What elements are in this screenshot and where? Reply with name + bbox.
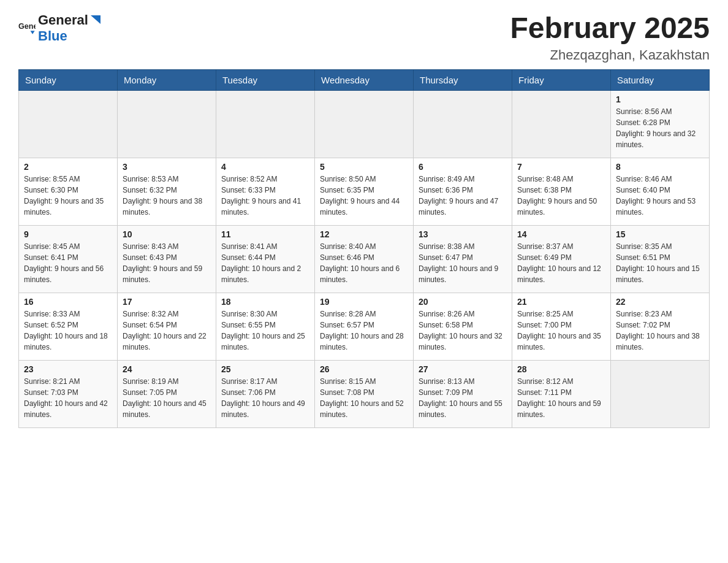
calendar-day-cell — [414, 90, 512, 158]
calendar-day-cell: 21Sunrise: 8:25 AMSunset: 7:00 PMDayligh… — [512, 293, 611, 360]
svg-marker-1 — [31, 31, 35, 34]
weekday-header-tuesday: Tuesday — [216, 69, 315, 90]
day-number: 12 — [320, 229, 408, 239]
day-number: 21 — [517, 297, 605, 307]
calendar-week-row: 16Sunrise: 8:33 AMSunset: 6:52 PMDayligh… — [19, 293, 710, 360]
day-number: 2 — [24, 162, 112, 172]
day-info: Sunrise: 8:15 AMSunset: 7:08 PMDaylight:… — [320, 376, 408, 420]
calendar-day-cell — [611, 360, 710, 427]
day-number: 16 — [24, 297, 112, 307]
day-number: 27 — [419, 364, 507, 374]
calendar-day-cell: 3Sunrise: 8:53 AMSunset: 6:32 PMDaylight… — [118, 158, 216, 225]
day-info: Sunrise: 8:48 AMSunset: 6:38 PMDaylight:… — [517, 174, 605, 218]
calendar-day-cell: 11Sunrise: 8:41 AMSunset: 6:44 PMDayligh… — [216, 225, 315, 293]
day-number: 3 — [123, 162, 211, 172]
weekday-header-row: SundayMondayTuesdayWednesdayThursdayFrid… — [19, 69, 710, 90]
calendar-day-cell: 23Sunrise: 8:21 AMSunset: 7:03 PMDayligh… — [19, 360, 118, 427]
day-number: 17 — [123, 297, 211, 307]
logo-general-text: General — [38, 12, 88, 28]
day-number: 5 — [320, 162, 408, 172]
day-number: 10 — [123, 229, 211, 239]
day-info: Sunrise: 8:41 AMSunset: 6:44 PMDaylight:… — [221, 241, 309, 285]
day-number: 4 — [221, 162, 309, 172]
day-info: Sunrise: 8:56 AMSunset: 6:28 PMDaylight:… — [616, 106, 704, 150]
day-number: 28 — [517, 364, 605, 374]
logo: General General Blue — [18, 12, 102, 44]
calendar-day-cell: 24Sunrise: 8:19 AMSunset: 7:05 PMDayligh… — [118, 360, 216, 427]
day-number: 9 — [24, 229, 112, 239]
logo-icon: General — [18, 20, 36, 37]
day-number: 20 — [419, 297, 507, 307]
day-number: 8 — [616, 162, 704, 172]
calendar-day-cell: 7Sunrise: 8:48 AMSunset: 6:38 PMDaylight… — [512, 158, 611, 225]
day-info: Sunrise: 8:21 AMSunset: 7:03 PMDaylight:… — [24, 376, 112, 420]
calendar-day-cell: 18Sunrise: 8:30 AMSunset: 6:55 PMDayligh… — [216, 293, 315, 360]
calendar-week-row: 23Sunrise: 8:21 AMSunset: 7:03 PMDayligh… — [19, 360, 710, 427]
calendar-day-cell: 4Sunrise: 8:52 AMSunset: 6:33 PMDaylight… — [216, 158, 315, 225]
calendar-day-cell: 1Sunrise: 8:56 AMSunset: 6:28 PMDaylight… — [611, 90, 710, 158]
calendar-day-cell: 13Sunrise: 8:38 AMSunset: 6:47 PMDayligh… — [414, 225, 512, 293]
day-number: 6 — [419, 162, 507, 172]
day-number: 26 — [320, 364, 408, 374]
calendar-day-cell — [118, 90, 216, 158]
weekday-header-wednesday: Wednesday — [315, 69, 414, 90]
day-info: Sunrise: 8:49 AMSunset: 6:36 PMDaylight:… — [419, 174, 507, 218]
day-info: Sunrise: 8:40 AMSunset: 6:46 PMDaylight:… — [320, 241, 408, 285]
calendar-day-cell: 28Sunrise: 8:12 AMSunset: 7:11 PMDayligh… — [512, 360, 611, 427]
calendar-day-cell: 10Sunrise: 8:43 AMSunset: 6:43 PMDayligh… — [118, 225, 216, 293]
day-info: Sunrise: 8:12 AMSunset: 7:11 PMDaylight:… — [517, 376, 605, 420]
month-title: February 2025 — [510, 12, 710, 45]
calendar-day-cell — [19, 90, 118, 158]
calendar-day-cell — [512, 90, 611, 158]
day-info: Sunrise: 8:25 AMSunset: 7:00 PMDaylight:… — [517, 308, 605, 353]
day-number: 23 — [24, 364, 112, 374]
logo-blue-text: Blue — [38, 28, 67, 44]
day-info: Sunrise: 8:46 AMSunset: 6:40 PMDaylight:… — [616, 174, 704, 218]
calendar-day-cell: 12Sunrise: 8:40 AMSunset: 6:46 PMDayligh… — [315, 225, 414, 293]
day-info: Sunrise: 8:32 AMSunset: 6:54 PMDaylight:… — [123, 308, 211, 353]
day-info: Sunrise: 8:23 AMSunset: 7:02 PMDaylight:… — [616, 308, 704, 353]
calendar-week-row: 1Sunrise: 8:56 AMSunset: 6:28 PMDaylight… — [19, 90, 710, 158]
day-info: Sunrise: 8:52 AMSunset: 6:33 PMDaylight:… — [221, 174, 309, 218]
day-info: Sunrise: 8:53 AMSunset: 6:32 PMDaylight:… — [123, 174, 211, 218]
day-info: Sunrise: 8:13 AMSunset: 7:09 PMDaylight:… — [419, 376, 507, 420]
day-info: Sunrise: 8:43 AMSunset: 6:43 PMDaylight:… — [123, 241, 211, 285]
day-number: 22 — [616, 297, 704, 307]
day-number: 7 — [517, 162, 605, 172]
weekday-header-monday: Monday — [118, 69, 216, 90]
day-info: Sunrise: 8:17 AMSunset: 7:06 PMDaylight:… — [221, 376, 309, 420]
day-number: 13 — [419, 229, 507, 239]
day-number: 19 — [320, 297, 408, 307]
day-info: Sunrise: 8:55 AMSunset: 6:30 PMDaylight:… — [24, 174, 112, 218]
day-number: 18 — [221, 297, 309, 307]
day-number: 15 — [616, 229, 704, 239]
calendar-week-row: 2Sunrise: 8:55 AMSunset: 6:30 PMDaylight… — [19, 158, 710, 225]
weekday-header-sunday: Sunday — [19, 69, 118, 90]
calendar-day-cell: 15Sunrise: 8:35 AMSunset: 6:51 PMDayligh… — [611, 225, 710, 293]
svg-text:General: General — [18, 22, 36, 31]
calendar-day-cell: 16Sunrise: 8:33 AMSunset: 6:52 PMDayligh… — [19, 293, 118, 360]
weekday-header-thursday: Thursday — [414, 69, 512, 90]
calendar-day-cell: 19Sunrise: 8:28 AMSunset: 6:57 PMDayligh… — [315, 293, 414, 360]
calendar-day-cell — [315, 90, 414, 158]
day-info: Sunrise: 8:26 AMSunset: 6:58 PMDaylight:… — [419, 308, 507, 353]
calendar-day-cell: 17Sunrise: 8:32 AMSunset: 6:54 PMDayligh… — [118, 293, 216, 360]
weekday-header-friday: Friday — [512, 69, 611, 90]
day-info: Sunrise: 8:28 AMSunset: 6:57 PMDaylight:… — [320, 308, 408, 353]
day-number: 14 — [517, 229, 605, 239]
calendar-day-cell: 5Sunrise: 8:50 AMSunset: 6:35 PMDaylight… — [315, 158, 414, 225]
calendar-day-cell: 9Sunrise: 8:45 AMSunset: 6:41 PMDaylight… — [19, 225, 118, 293]
day-number: 1 — [616, 94, 704, 104]
day-info: Sunrise: 8:33 AMSunset: 6:52 PMDaylight:… — [24, 308, 112, 353]
calendar-day-cell: 20Sunrise: 8:26 AMSunset: 6:58 PMDayligh… — [414, 293, 512, 360]
calendar-day-cell: 2Sunrise: 8:55 AMSunset: 6:30 PMDaylight… — [19, 158, 118, 225]
calendar-day-cell: 26Sunrise: 8:15 AMSunset: 7:08 PMDayligh… — [315, 360, 414, 427]
day-number: 24 — [123, 364, 211, 374]
day-info: Sunrise: 8:35 AMSunset: 6:51 PMDaylight:… — [616, 241, 704, 285]
day-info: Sunrise: 8:19 AMSunset: 7:05 PMDaylight:… — [123, 376, 211, 420]
calendar-day-cell: 27Sunrise: 8:13 AMSunset: 7:09 PMDayligh… — [414, 360, 512, 427]
calendar-day-cell: 25Sunrise: 8:17 AMSunset: 7:06 PMDayligh… — [216, 360, 315, 427]
page-header: General General Blue February 2025 Zhezq… — [18, 12, 710, 63]
svg-marker-2 — [91, 15, 100, 24]
calendar-week-row: 9Sunrise: 8:45 AMSunset: 6:41 PMDaylight… — [19, 225, 710, 293]
